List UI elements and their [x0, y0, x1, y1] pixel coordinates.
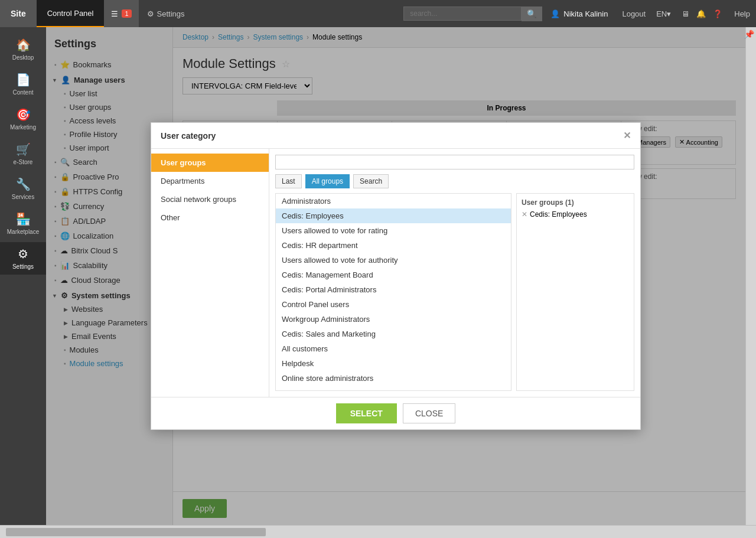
settings-top-label: Settings — [157, 9, 185, 18]
store-icon: 🏪 — [16, 212, 31, 226]
nav-marketing-label: Marketing — [10, 124, 36, 131]
modal-left-item-departments[interactable]: Departments — [151, 172, 269, 190]
logout-button[interactable]: Logout — [616, 9, 651, 18]
modal-tabs: Last All groups Search — [275, 174, 634, 188]
help-button[interactable]: Help — [728, 9, 756, 18]
user-name: Nikita Kalinin — [563, 9, 608, 18]
language-selector[interactable]: EN▾ — [651, 9, 676, 18]
control-panel-tab[interactable]: Control Panel — [37, 0, 105, 27]
list-item-helpdesk[interactable]: Helpdesk — [276, 356, 511, 371]
help-circle-icon[interactable]: ❓ — [713, 9, 722, 18]
modal-selected-panel: User groups (1) ✕ Cedis: Employees — [516, 193, 634, 391]
list-item-vote-authority[interactable]: Users allowed to vote for authority — [276, 253, 511, 268]
list-item-cedis-portal-admins[interactable]: Cedis: Portal Administrators — [276, 282, 511, 297]
list-item-all-customers[interactable]: All customers — [276, 341, 511, 356]
modal-groups-list: Administrators Cedis: Employees Users al… — [275, 193, 511, 391]
nav-services[interactable]: 🔧 Services — [0, 172, 46, 205]
modal-backdrop: User category ✕ User groups Departments … — [46, 27, 745, 525]
wrench-icon: 🔧 — [16, 177, 31, 191]
search-input[interactable] — [403, 6, 522, 21]
modal-left-item-other[interactable]: Other — [151, 208, 269, 227]
modal-content-split: Administrators Cedis: Employees Users al… — [275, 193, 634, 391]
modal-left-panel: User groups Departments Social network g… — [151, 149, 269, 397]
topbar: Site Control Panel ☰ 1 ⚙ Settings 🔍 👤 Ni… — [0, 0, 756, 27]
nav-settings[interactable]: ⚙ Settings — [0, 242, 46, 275]
right-scrollbar[interactable]: 📌 ▼ — [745, 27, 756, 538]
modal-tab-search[interactable]: Search — [353, 174, 389, 188]
list-item-vote-rating[interactable]: Users allowed to vote for rating — [276, 223, 511, 238]
list-item-workgroup-admins[interactable]: Workgroup Administrators — [276, 312, 511, 327]
list-item-cedis-management[interactable]: Cedis: Management Board — [276, 268, 511, 282]
lang-label: EN — [656, 9, 667, 18]
nav-estore[interactable]: 🛒 e-Store — [0, 138, 46, 170]
search-button[interactable]: 🔍 — [522, 6, 542, 21]
nav-settings-label: Settings — [12, 263, 34, 270]
remove-cedis-employees-icon[interactable]: ✕ — [522, 210, 527, 219]
task-badge: 1 — [122, 9, 131, 18]
marketing-icon: 🎯 — [16, 107, 31, 122]
help-label: Help — [734, 9, 750, 18]
bottom-scrollbar[interactable] — [0, 525, 756, 538]
user-icon: 👤 — [550, 9, 560, 18]
selected-panel-title: User groups (1) — [522, 198, 629, 207]
modal-body: User groups Departments Social network g… — [151, 149, 640, 397]
user-menu[interactable]: 👤 Nikita Kalinin — [542, 9, 616, 18]
nav-services-label: Services — [12, 194, 34, 200]
nav-marketing[interactable]: 🎯 Marketing — [0, 103, 46, 135]
modal-search-input[interactable] — [275, 155, 634, 169]
list-item-cedis-hr[interactable]: Cedis: HR department — [276, 238, 511, 253]
pin-icon[interactable]: 📌 — [744, 30, 754, 39]
cart-icon: 🛒 — [16, 142, 31, 156]
control-panel-label: Control Panel — [47, 9, 94, 18]
modal-header: User category ✕ — [151, 123, 640, 149]
modal-tab-last[interactable]: Last — [275, 174, 302, 188]
list-item-online-store-staff[interactable]: Online store staff — [276, 386, 511, 391]
list-item-cedis-employees[interactable]: Cedis: Employees — [276, 208, 511, 223]
modal-user-category: User category ✕ User groups Departments … — [151, 122, 641, 430]
close-modal-button[interactable]: CLOSE — [403, 403, 455, 423]
gear-icon: ⚙ — [18, 247, 28, 261]
modal-close-x-icon[interactable]: ✕ — [623, 130, 631, 141]
list-item-online-store-admins[interactable]: Online store administrators — [276, 371, 511, 386]
tasks-button[interactable]: ☰ 1 — [104, 0, 138, 27]
modal-tab-all-groups[interactable]: All groups — [305, 174, 350, 188]
settings-top-button[interactable]: ⚙ Settings — [139, 0, 193, 27]
site-button[interactable]: Site — [0, 0, 37, 27]
tasks-icon: ☰ — [111, 9, 118, 18]
topbar-icons: 🖥 🔔 ❓ — [676, 9, 728, 18]
home-icon: 🏠 — [16, 38, 31, 52]
modal-left-item-user-groups[interactable]: User groups — [151, 154, 269, 172]
icon-nav: 🏠 Desktop 📄 Content 🎯 Marketing 🛒 e-Stor… — [0, 27, 46, 538]
list-item-cedis-sales-marketing[interactable]: Cedis: Sales and Marketing — [276, 327, 511, 341]
logout-label: Logout — [622, 9, 646, 18]
bell-icon[interactable]: 🔔 — [696, 9, 706, 18]
selected-item-label: Cedis: Employees — [530, 210, 587, 219]
scroll-thumb[interactable] — [6, 528, 266, 536]
nav-marketplace[interactable]: 🏪 Marketplace — [0, 207, 46, 240]
search-area: 🔍 — [403, 6, 542, 21]
select-button[interactable]: SELECT — [336, 403, 397, 423]
modal-right-panel: Last All groups Search Administrators Ce… — [269, 149, 640, 397]
modal-footer: SELECT CLOSE — [151, 397, 640, 429]
monitor-icon[interactable]: 🖥 — [682, 9, 689, 18]
settings-gear-icon: ⚙ — [147, 9, 154, 18]
nav-content[interactable]: 📄 Content — [0, 68, 46, 100]
modal-title: User category — [161, 131, 216, 141]
nav-estore-label: e-Store — [14, 159, 33, 165]
content-icon: 📄 — [16, 73, 31, 87]
selected-item-cedis-employees: ✕ Cedis: Employees — [522, 210, 629, 219]
nav-content-label: Content — [12, 89, 33, 96]
modal-search-container — [275, 155, 634, 169]
nav-marketplace-label: Marketplace — [7, 229, 39, 235]
site-label: Site — [11, 9, 26, 18]
nav-desktop[interactable]: 🏠 Desktop — [0, 33, 46, 66]
list-item-administrators[interactable]: Administrators — [276, 194, 511, 208]
nav-desktop-label: Desktop — [12, 54, 34, 61]
list-item-control-panel-users[interactable]: Control Panel users — [276, 297, 511, 312]
modal-left-item-social-network-groups[interactable]: Social network groups — [151, 190, 269, 208]
